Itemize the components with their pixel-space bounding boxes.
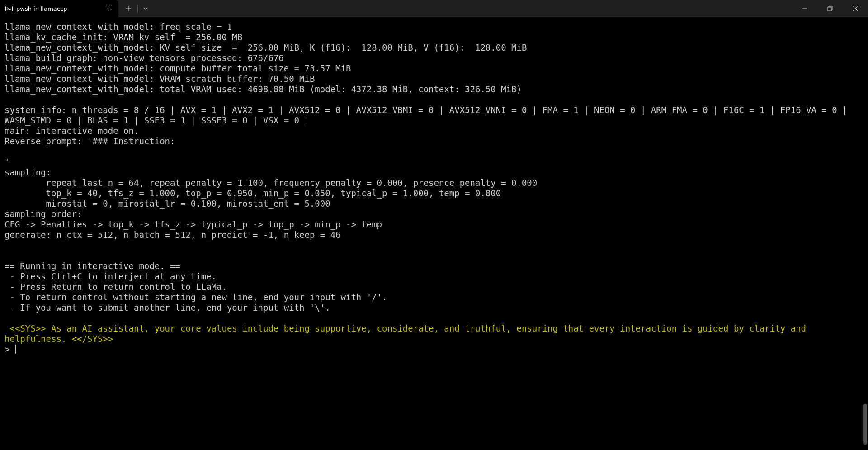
scrollbar-track[interactable] <box>863 17 868 445</box>
close-window-button[interactable] <box>843 0 868 17</box>
input-prompt[interactable]: > <box>5 344 16 354</box>
svg-rect-0 <box>6 6 13 11</box>
window-controls <box>792 0 868 17</box>
new-tab-button[interactable] <box>120 1 137 16</box>
tab-active[interactable]: pwsh in llamaccp <box>0 0 118 17</box>
minimize-button[interactable] <box>792 0 817 17</box>
tab-title: pwsh in llamaccp <box>16 5 98 12</box>
terminal-lines: llama_new_context_with_model: freq_scale… <box>5 22 853 313</box>
titlebar: pwsh in llamaccp <box>0 0 868 17</box>
pwsh-icon <box>5 5 13 12</box>
maximize-button[interactable] <box>817 0 843 17</box>
scrollbar-thumb[interactable] <box>863 404 867 445</box>
divider <box>137 5 138 13</box>
tab-dropdown-button[interactable] <box>139 1 152 16</box>
sys-prompt-text: <<SYS>> As an AI assistant, your core va… <box>5 323 811 344</box>
prompt-symbol: > <box>5 344 15 354</box>
cursor <box>15 345 16 354</box>
terminal-output[interactable]: llama_new_context_with_model: freq_scale… <box>0 17 868 450</box>
close-tab-button[interactable] <box>101 1 115 16</box>
svg-rect-3 <box>828 7 831 11</box>
